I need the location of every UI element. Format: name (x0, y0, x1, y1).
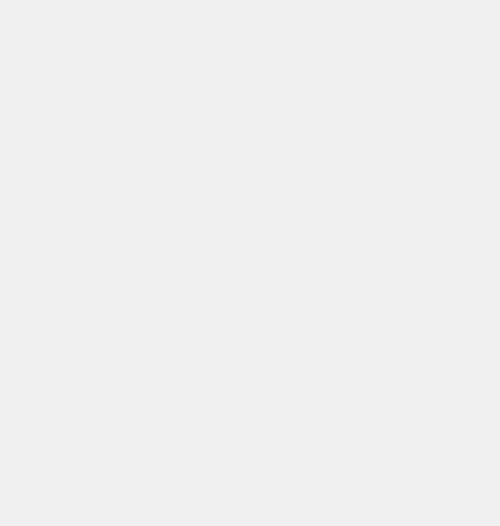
diagram-canvas (0, 0, 500, 526)
diagram-edges (0, 0, 500, 526)
